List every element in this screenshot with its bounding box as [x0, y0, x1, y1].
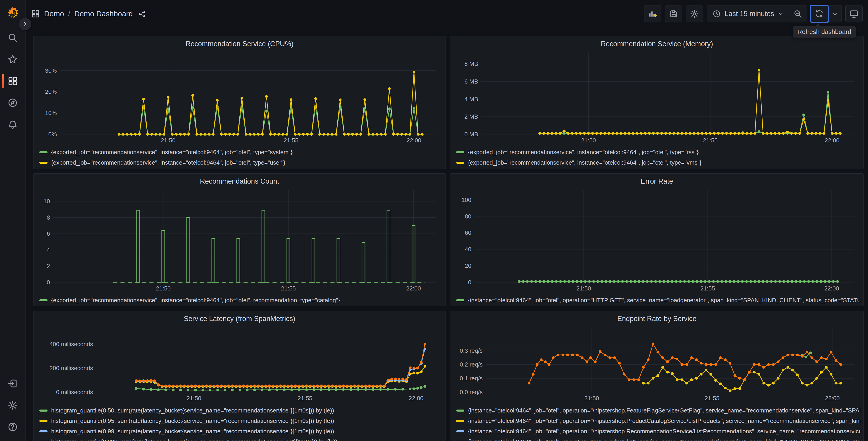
legend-swatch	[39, 430, 48, 432]
svg-text:4 MB: 4 MB	[464, 96, 478, 102]
save-dashboard-button[interactable]	[665, 5, 682, 22]
svg-text:8 MB: 8 MB	[464, 60, 478, 67]
grafana-logo-icon[interactable]	[6, 6, 20, 20]
breadcrumb-root[interactable]: Demo	[44, 9, 64, 18]
sidebar-item-dashboards[interactable]	[0, 70, 26, 92]
clock-icon	[712, 9, 721, 18]
legend-item[interactable]: {instance="otelcol:9464", job="otel", op…	[456, 405, 860, 416]
svg-text:22:00: 22:00	[825, 137, 839, 144]
timeseries-chart[interactable]: 024681021:5021:5522:00	[36, 188, 443, 293]
sidebar-item-help[interactable]	[0, 416, 26, 438]
svg-text:8: 8	[47, 214, 50, 221]
svg-text:200 milliseconds: 200 milliseconds	[50, 365, 93, 372]
svg-text:10%: 10%	[45, 110, 57, 116]
time-range-picker[interactable]: Last 15 minutes	[707, 5, 789, 22]
svg-text:22:00: 22:00	[409, 395, 423, 402]
sidebar-item-sign-in[interactable]	[0, 373, 26, 394]
panel-title[interactable]: Recommendation Service (CPU%)	[33, 40, 445, 48]
tooltip-text: Refresh dashboard	[797, 28, 851, 35]
legend-label: {instance="otelcol:9464", job="otel", op…	[468, 417, 860, 424]
legend-swatch	[456, 420, 464, 422]
legend-item[interactable]: {exported_job="recommendationservice", i…	[456, 147, 860, 157]
legend-item[interactable]: {exported_job="recommendationservice", i…	[39, 157, 442, 168]
time-range-group: Last 15 minutes	[707, 5, 806, 22]
sidebar-item-alerting[interactable]	[0, 114, 26, 136]
legend-item[interactable]: {instance="otelcol:9464", job="otel", op…	[456, 426, 860, 437]
chart-legend: {exported_job="recommendationservice", i…	[39, 295, 442, 306]
search-icon	[7, 32, 18, 43]
dashboard-settings-button[interactable]	[686, 5, 703, 22]
legend-label: {instance="otelcol:9464", job="otel", op…	[468, 438, 860, 441]
panel-service-latency: Service Latency (from SpanMetrics) 0 mil…	[33, 311, 446, 441]
svg-text:0.1 req/s: 0.1 req/s	[460, 375, 483, 382]
legend-swatch	[39, 410, 48, 412]
legend-item[interactable]: histogram_quantile(0.50, sum(rate(latenc…	[39, 405, 442, 416]
legend-item[interactable]: histogram_quantile(0.95, sum(rate(latenc…	[39, 416, 442, 426]
refresh-dashboard-button[interactable]	[810, 5, 828, 22]
legend-item[interactable]: {instance="otelcol:9464", job="otel", op…	[456, 437, 860, 441]
sidebar-item-search[interactable]	[0, 27, 26, 49]
legend-label: {exported_job="recommendationservice", i…	[51, 297, 340, 304]
svg-text:21:50: 21:50	[584, 395, 599, 402]
legend-item[interactable]: {instance="otelcol:9464", job="otel", op…	[456, 295, 860, 305]
legend-label: {exported_job="recommendationservice", i…	[51, 149, 292, 156]
timeseries-chart[interactable]: 0%10%20%30%21:5021:5522:00	[36, 51, 443, 145]
svg-text:0: 0	[47, 279, 50, 286]
svg-text:6: 6	[47, 230, 50, 237]
sidebar-item-settings[interactable]	[0, 394, 26, 416]
legend-item[interactable]: {exported_job="recommendationservice", i…	[39, 295, 442, 305]
svg-text:400 milliseconds: 400 milliseconds	[50, 341, 93, 348]
share-icon[interactable]	[138, 10, 146, 18]
chevron-right-icon	[22, 21, 28, 27]
svg-text:4: 4	[47, 246, 50, 253]
svg-text:21:50: 21:50	[156, 285, 170, 292]
svg-text:0%: 0%	[48, 131, 57, 138]
refresh-group	[810, 5, 842, 22]
chart-legend: {instance="otelcol:9464", job="otel", op…	[456, 405, 860, 441]
legend-item[interactable]: {instance="otelcol:9464", job="otel", op…	[456, 416, 860, 426]
timeseries-chart[interactable]: 0.0 req/s0.1 req/s0.2 req/s0.3 req/s21:5…	[453, 326, 861, 403]
monitor-icon	[849, 9, 859, 19]
legend-item[interactable]: {exported_job="recommendationservice", i…	[39, 147, 442, 157]
timeseries-chart[interactable]: 02040608010021:5021:5522:00	[453, 188, 861, 293]
panel-title[interactable]: Recommendations Count	[33, 177, 445, 185]
panel-title[interactable]: Recommendation Service (Memory)	[450, 40, 864, 48]
breadcrumb-current[interactable]: Demo Dashboard	[74, 9, 133, 18]
svg-text:22:00: 22:00	[825, 395, 840, 402]
add-panel-button[interactable]	[644, 5, 661, 22]
legend-item[interactable]: histogram_quantile(0.99, sum(rate(latenc…	[39, 426, 442, 437]
sidebar-nav	[0, 27, 26, 136]
tv-mode-button[interactable]	[845, 5, 863, 22]
legend-swatch	[456, 430, 464, 432]
chart-legend: {exported_job="recommendationservice", i…	[456, 147, 860, 168]
sidebar-expand-button[interactable]	[19, 18, 31, 30]
toolbar-actions: Last 15 minutes	[644, 5, 863, 22]
top-bar: Demo / Demo Dashboard Last 15 minutes	[26, 0, 868, 28]
panel-title[interactable]: Error Rate	[450, 177, 864, 185]
svg-text:22:00: 22:00	[406, 285, 421, 292]
legend-swatch	[456, 151, 464, 153]
sidebar-item-starred[interactable]	[0, 49, 26, 70]
timeseries-chart[interactable]: 0 milliseconds200 milliseconds400 millis…	[36, 326, 443, 403]
legend-item[interactable]: {exported_job="recommendationservice", i…	[456, 157, 860, 168]
panel-recommendations-count: Recommendations Count 024681021:5021:552…	[33, 173, 446, 306]
timeseries-chart[interactable]: 0 MB2 MB4 MB6 MB8 MB21:5021:5522:00	[453, 51, 861, 145]
chart-legend: histogram_quantile(0.50, sum(rate(latenc…	[39, 405, 442, 441]
legend-swatch	[39, 420, 48, 422]
add-panel-icon	[648, 9, 657, 19]
panel-title[interactable]: Endpoint Rate by Service	[450, 315, 864, 323]
gear-icon	[690, 9, 699, 19]
svg-text:21:55: 21:55	[700, 285, 715, 292]
svg-text:21:55: 21:55	[703, 137, 717, 144]
svg-text:30%: 30%	[45, 67, 57, 74]
chevron-down-icon	[832, 10, 838, 17]
panel-title[interactable]: Service Latency (from SpanMetrics)	[33, 315, 445, 323]
zoom-out-time-button[interactable]	[789, 5, 806, 22]
refresh-interval-button[interactable]	[828, 5, 841, 22]
svg-text:20%: 20%	[45, 88, 57, 95]
sidebar-bottom	[0, 373, 26, 438]
legend-label: histogram_quantile(0.95, sum(rate(latenc…	[51, 417, 334, 424]
sign-in-icon	[7, 378, 18, 389]
legend-item[interactable]: histogram_quantile(0.999, sum(rate(laten…	[39, 437, 442, 441]
sidebar-item-explore[interactable]	[0, 92, 26, 114]
